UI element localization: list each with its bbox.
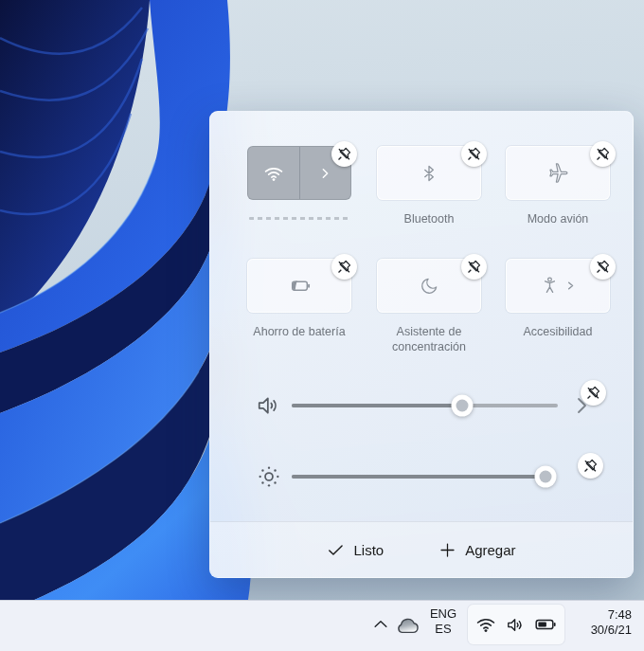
brightness-slider-thumb[interactable] [534, 466, 556, 488]
tray-overflow-button[interactable] [369, 613, 392, 636]
cloud-icon [393, 613, 421, 636]
clock-date: 30/6/21 [591, 623, 632, 638]
unpin-wifi-button[interactable] [331, 141, 357, 167]
wifi-network-label-clipped [249, 217, 349, 220]
clock[interactable]: 7:48 30/6/21 [591, 607, 632, 638]
wifi-icon [263, 163, 284, 184]
accessibility-label: Accesibilidad [492, 324, 624, 339]
bluetooth-icon [420, 164, 438, 183]
brightness-slider[interactable] [292, 475, 553, 479]
cell-bluetooth: Bluetooth [377, 146, 481, 200]
volume-slider[interactable] [292, 404, 558, 407]
cell-accessibility: Accesibilidad [506, 259, 610, 313]
airplane-icon [547, 162, 569, 184]
battery-saver-label: Ahorro de batería [233, 324, 366, 339]
unpin-icon [596, 147, 610, 161]
unpin-icon [337, 147, 351, 161]
brightness-slider-fill [292, 475, 546, 479]
unpin-bluetooth-button[interactable] [461, 141, 487, 167]
chevron-right-icon [317, 166, 332, 181]
cell-battery-saver: Ahorro de batería [247, 259, 351, 313]
clock-time: 7:48 [591, 607, 632, 623]
done-button-label: Listo [353, 542, 384, 558]
moon-icon [420, 276, 439, 296]
quick-settings-panel: Bluetooth Modo avión [209, 111, 634, 578]
add-button-label: Agregar [465, 542, 515, 558]
quick-settings-footer: Listo Agregar [210, 521, 633, 577]
check-icon [327, 541, 345, 559]
cell-wifi [247, 146, 351, 200]
language-line2: ES [423, 622, 463, 637]
unpin-icon [596, 260, 610, 274]
tray-wifi-icon [474, 613, 498, 636]
volume-slider-thumb[interactable] [451, 395, 473, 417]
unpin-volume-button[interactable] [581, 380, 606, 406]
language-line1: ENG [423, 606, 463, 622]
unpin-icon [467, 260, 481, 274]
taskbar: ENG ES [0, 600, 644, 651]
tray-battery-icon [532, 613, 559, 636]
airplane-mode-label: Modo avión [492, 211, 624, 226]
cloud-tray-button[interactable] [392, 612, 422, 637]
unpin-airplane-button[interactable] [590, 141, 616, 167]
language-indicator[interactable]: ENG ES [423, 606, 463, 637]
done-button[interactable]: Listo [319, 535, 391, 565]
unpin-focus-assist-button[interactable] [461, 254, 487, 280]
screen: Bluetooth Modo avión [0, 0, 644, 651]
accessibility-icon [540, 276, 576, 296]
system-tray-group[interactable] [468, 605, 564, 644]
wifi-toggle[interactable] [248, 147, 299, 199]
chevron-up-icon [371, 615, 390, 634]
focus-assist-label: Asistente de concentración [363, 324, 495, 354]
brightness-icon [256, 463, 282, 490]
tray-volume-icon [503, 613, 528, 636]
cell-airplane: Modo avión [506, 146, 610, 200]
add-button[interactable]: Agregar [431, 535, 523, 565]
unpin-icon [467, 147, 481, 161]
volume-slider-fill [292, 404, 462, 407]
unpin-icon [583, 459, 598, 473]
bluetooth-label: Bluetooth [363, 211, 495, 226]
cell-focus-assist: Asistente de concentración [377, 259, 481, 313]
battery-saver-icon [288, 274, 312, 298]
plus-icon [438, 541, 456, 559]
volume-icon [256, 392, 282, 419]
unpin-brightness-button[interactable] [578, 453, 603, 479]
unpin-accessibility-button[interactable] [590, 254, 616, 280]
unpin-icon [586, 386, 600, 400]
unpin-icon [337, 260, 351, 274]
chevron-right-icon [565, 280, 576, 292]
unpin-battery-saver-button[interactable] [331, 254, 357, 280]
